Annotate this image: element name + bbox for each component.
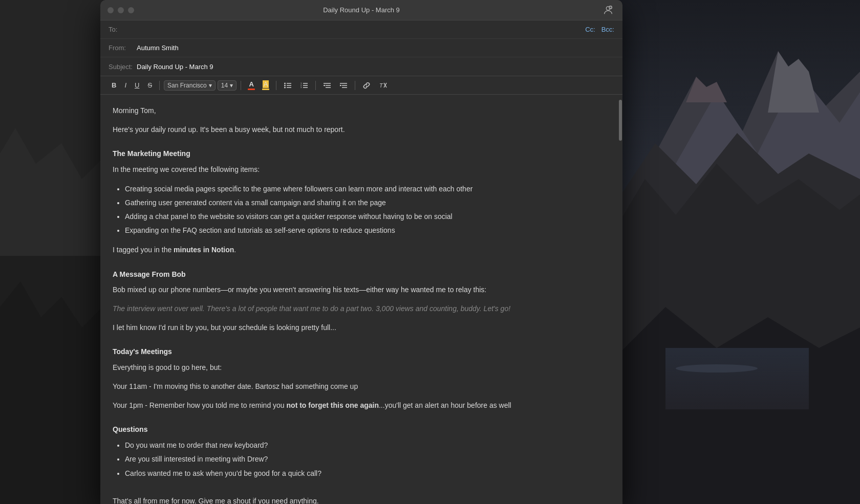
indent-increase-button[interactable]	[336, 80, 351, 91]
section2: A Message From Bob Bob mixed up our phon…	[113, 269, 606, 334]
scrollbar-track[interactable]	[618, 95, 622, 504]
section3: Today's Meetings Everything is good to g…	[113, 346, 606, 411]
minimize-button[interactable]	[118, 7, 124, 13]
from-row: From: Autumn Smith	[100, 39, 622, 57]
font-color-button[interactable]: A	[245, 79, 257, 91]
section3-line2-post: ...you'll get an alert an hour before as…	[379, 401, 511, 409]
email-body[interactable]: Morning Tom, Here's your daily round up.…	[100, 95, 618, 504]
section2-intro: Bob mixed up our phone numbers—or maybe …	[113, 284, 606, 296]
email-header: To: Cc: Bcc: From: Autumn Smith Subject:…	[100, 20, 622, 76]
font-size-selector[interactable]: 14 ▾	[218, 80, 236, 91]
size-arrow-icon: ▾	[230, 82, 233, 89]
subject-label: Subject:	[109, 63, 137, 71]
highlight-color-button[interactable]: A	[260, 79, 272, 91]
bullet-list-button[interactable]	[281, 80, 295, 91]
section3-heading: Today's Meetings	[113, 346, 606, 357]
email-body-wrapper: Morning Tom, Here's your daily round up.…	[100, 95, 622, 504]
section1-outro: I tagged you in the minutes in Notion.	[113, 244, 606, 256]
section4-bullet-1: Do you want me to order that new keyboar…	[125, 439, 606, 452]
section1-bullets: Creating social media pages specific to …	[113, 183, 606, 237]
section2-quote: The interview went over well. There's a …	[113, 303, 606, 315]
header-actions: Cc: Bcc:	[585, 26, 614, 33]
section1: The Marketing Meeting In the meeting we …	[113, 148, 606, 256]
section1-intro: In the meeting we covered the following …	[113, 164, 606, 176]
intro: Here's your daily round up. It's been a …	[113, 124, 606, 136]
section1-outro-bold: minutes in Notion	[174, 246, 234, 254]
indent-decrease-button[interactable]	[320, 80, 334, 91]
mountain-background	[614, 0, 860, 504]
formatting-toolbar: B I U S San Francisco ▾ 14 ▾ A A	[100, 76, 622, 95]
from-value: Autumn Smith	[137, 44, 614, 52]
font-color-indicator	[248, 89, 255, 90]
toolbar-separator-2	[241, 81, 241, 90]
email-window: Daily Round Up - March 9 + To: Cc: Bcc: …	[100, 0, 622, 504]
underline-button[interactable]: U	[132, 80, 142, 91]
highlight-label: A	[263, 80, 269, 88]
section4-bullet-3: Carlos wanted me to ask when you'd be go…	[125, 467, 606, 480]
font-arrow-icon: ▾	[209, 82, 212, 89]
svg-point-9	[676, 364, 758, 372]
section3-line2: Your 1pm - Remember how you told me to r…	[113, 400, 606, 411]
terrain-left	[0, 0, 102, 504]
section1-outro-post: .	[234, 246, 236, 254]
to-label: To:	[109, 26, 137, 33]
email-content: Morning Tom, Here's your daily round up.…	[113, 105, 606, 504]
number-list-button[interactable]: 1. 2. 3.	[297, 80, 311, 91]
font-name: San Francisco	[167, 82, 207, 89]
svg-text:+: +	[610, 7, 611, 9]
toolbar-separator-1	[159, 81, 160, 90]
spacer	[113, 487, 606, 495]
section1-heading: The Marketing Meeting	[113, 148, 606, 159]
section1-bullet-4: Expanding on the FAQ section and tutoria…	[125, 224, 606, 237]
section3-intro: Everything is good to go here, but:	[113, 362, 606, 374]
section3-line2-pre: Your 1pm - Remember how you told me to r…	[113, 401, 287, 409]
section3-line2-bold: not to forget this one again	[287, 401, 379, 409]
font-selector[interactable]: San Francisco ▾	[164, 80, 216, 91]
title-bar: Daily Round Up - March 9 +	[100, 0, 622, 20]
svg-rect-8	[665, 348, 809, 409]
from-label: From:	[109, 44, 137, 52]
section4-bullets: Do you want me to order that new keyboar…	[113, 439, 606, 480]
section1-bullet-2: Gathering user generated content via a s…	[125, 196, 606, 209]
svg-point-21	[284, 86, 286, 88]
italic-button[interactable]: I	[121, 80, 130, 91]
toolbar-separator-3	[276, 81, 276, 90]
svg-text:3.: 3.	[300, 86, 302, 89]
bold-button[interactable]: B	[109, 80, 119, 91]
closing1: That's all from me for now. Give me a sh…	[113, 495, 606, 504]
toolbar-separator-5	[355, 81, 355, 90]
svg-point-19	[284, 84, 286, 86]
cc-button[interactable]: Cc:	[585, 26, 595, 33]
font-color-label: A	[249, 80, 253, 88]
bcc-button[interactable]: Bcc:	[601, 26, 614, 33]
maximize-button[interactable]	[128, 7, 134, 13]
scrollbar-thumb[interactable]	[619, 100, 622, 141]
section1-bullet-1: Creating social media pages specific to …	[125, 183, 606, 195]
to-row: To: Cc: Bcc:	[100, 20, 622, 39]
section2-heading: A Message From Bob	[113, 269, 606, 280]
section4-bullet-2: Are you still interested in meeting with…	[125, 453, 606, 466]
section2-outro: I let him know I'd run it by you, but yo…	[113, 322, 606, 334]
font-size-value: 14	[221, 82, 228, 89]
toolbar-separator-4	[315, 81, 316, 90]
window-title: Daily Round Up - March 9	[323, 6, 400, 14]
svg-point-17	[284, 82, 286, 84]
highlight-color-indicator	[262, 89, 269, 90]
section4: Questions Do you want me to order that n…	[113, 424, 606, 480]
close-button[interactable]	[107, 7, 114, 13]
svg-text:T: T	[379, 82, 383, 89]
strikethrough-button[interactable]: S	[144, 80, 155, 91]
section1-bullet-3: Adding a chat panel to the website so vi…	[125, 210, 606, 223]
subject-row: Subject: Daily Round Up - March 9	[100, 57, 622, 76]
window-controls	[107, 7, 134, 13]
account-icon[interactable]: +	[601, 3, 615, 17]
greeting: Morning Tom,	[113, 105, 606, 117]
section1-outro-pre: I tagged you in the	[113, 246, 174, 254]
clear-format-button[interactable]: T	[376, 80, 390, 91]
subject-value[interactable]: Daily Round Up - March 9	[137, 63, 614, 71]
section4-heading: Questions	[113, 424, 606, 435]
link-button[interactable]	[359, 80, 374, 91]
section3-line1: Your 11am - I'm moving this to another d…	[113, 381, 606, 392]
